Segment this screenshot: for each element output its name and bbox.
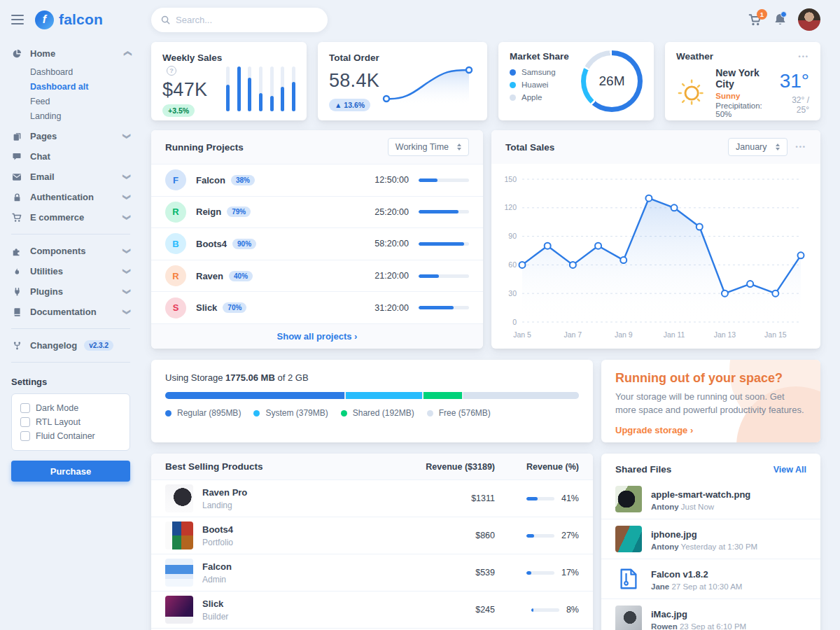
product-category[interactable]: Portfolio (202, 538, 233, 547)
sidebar-item-plugins[interactable]: Plugins ❯ (11, 281, 130, 302)
sidebar-item-landing[interactable]: Landing (11, 108, 130, 123)
product-category[interactable]: Admin (202, 575, 226, 584)
chevron-up-icon: ❯ (122, 50, 132, 57)
legend-item: Apple (510, 93, 569, 102)
sidebar-item-label: Chat (30, 151, 50, 162)
card-title: Market Share (510, 51, 569, 62)
search-icon (161, 15, 170, 24)
search-input[interactable] (176, 15, 318, 25)
sidebar-item-changelog[interactable]: Changelog v2.3.2 (11, 335, 130, 356)
bar (281, 66, 284, 111)
product-thumbnail[interactable] (165, 596, 193, 624)
storage-progress-bar (165, 392, 579, 399)
svg-text:30: 30 (508, 289, 517, 298)
best-selling-card: Best Selling Products Revenue ($3189) Re… (151, 454, 593, 630)
sidebar-item-pages[interactable]: Pages ❯ (11, 126, 130, 146)
sidebar-item-email[interactable]: Email ❯ (11, 167, 130, 187)
falcon-logo-icon: f (35, 10, 54, 29)
file-user: Antony (651, 542, 679, 551)
file-name[interactable]: apple-smart-watch.png (651, 489, 750, 500)
view-all-link[interactable]: View All (774, 465, 806, 475)
divider (11, 234, 130, 234)
file-time: Yesterday at 1:30 PM (681, 542, 758, 551)
product-name[interactable]: Boots4 (202, 524, 233, 535)
fire-icon (11, 267, 22, 276)
product-category[interactable]: Landing (202, 500, 232, 510)
file-name[interactable]: iMac.jpg (651, 609, 687, 620)
svg-text:Jan 7: Jan 7 (564, 330, 582, 339)
file-thumbnail[interactable] (615, 486, 642, 512)
sidebar-item-feed[interactable]: Feed (11, 94, 130, 108)
project-name[interactable]: Boots4 (196, 239, 227, 249)
list-item: iMac.jpg Rowen 23 Sep at 6:10 PM (601, 598, 820, 630)
sidebar-item-documentation[interactable]: Documentation ❯ (11, 302, 130, 322)
bar (292, 66, 295, 111)
help-icon[interactable]: ? (167, 66, 176, 76)
brand-name: falcon (59, 11, 103, 28)
storage-used: 1775.06 MB (225, 372, 275, 383)
project-time: 31:20:00 (374, 303, 409, 313)
file-name[interactable]: iphone.jpg (651, 529, 697, 540)
file-icon[interactable] (615, 566, 642, 592)
product-category[interactable]: Builder (202, 612, 228, 622)
cart-button[interactable]: 1 (748, 13, 762, 27)
checkbox-icon[interactable] (20, 431, 30, 441)
checkbox-label: Fluid Container (36, 431, 95, 441)
sidebar-item-home[interactable]: Home ❯ (11, 43, 130, 64)
more-options-icon[interactable]: ••• (799, 53, 809, 60)
product-thumbnail[interactable] (165, 559, 193, 587)
sidebar-item-e-commerce[interactable]: E commerce ❯ (11, 207, 130, 227)
menu-toggle-icon[interactable] (11, 15, 24, 24)
more-options-icon[interactable]: ••• (796, 144, 806, 150)
sidebar-item-authentication[interactable]: Authentication ❯ (11, 187, 130, 207)
sidebar-submenu: DashboardDashboard altFeedLanding (11, 64, 130, 123)
file-name[interactable]: Falcon v1.8.2 (651, 569, 708, 580)
upgrade-storage-link[interactable]: Upgrade storage › (615, 425, 693, 435)
checkbox-icon[interactable] (20, 403, 30, 413)
settings-box: Dark Mode RTL Layout Fluid Container (11, 393, 130, 451)
sidebar-item-utilities[interactable]: Utilities ❯ (11, 261, 130, 281)
list-item: Falcon v1.8.2 Jane 27 Sep at 10:30 AM (601, 559, 820, 598)
month-select[interactable]: January (728, 138, 787, 156)
total-order-left: Total Order 58.4K ▲ 13.6% (329, 51, 379, 111)
project-progress-bar (419, 274, 469, 278)
product-name[interactable]: Raven Pro (202, 487, 247, 498)
brand-logo[interactable]: f falcon (35, 10, 103, 29)
file-thumbnail[interactable] (615, 606, 642, 630)
user-avatar[interactable] (798, 8, 820, 31)
checkbox-fluid-container[interactable]: Fluid Container (20, 429, 121, 443)
product-thumbnail[interactable] (165, 522, 193, 550)
legend-item: Shared (192MB) (341, 408, 414, 418)
sidebar-item-components[interactable]: Components ❯ (11, 241, 130, 261)
checkbox-dark-mode[interactable]: Dark Mode (20, 401, 121, 415)
product-thumbnail[interactable] (165, 484, 193, 512)
percent-progress-bar (526, 534, 554, 538)
project-name[interactable]: Raven (196, 271, 223, 281)
checkbox-label: Dark Mode (36, 403, 78, 413)
product-name[interactable]: Slick (202, 598, 223, 609)
project-name[interactable]: Reign (196, 206, 221, 217)
project-percent-badge: 40% (229, 271, 253, 281)
weekly-sales-chart (226, 66, 295, 111)
percent-progress-bar (526, 571, 554, 575)
bottom-row: Best Selling Products Revenue ($3189) Re… (151, 454, 820, 630)
notifications-button[interactable] (774, 13, 787, 27)
project-row: S Slick 70% 31:20:00 (151, 291, 483, 323)
upgrade-body: Your storage will be running out soon. G… (615, 391, 806, 417)
card-title: Shared Files (615, 464, 671, 475)
show-all-projects-link[interactable]: Show all projects › (151, 323, 483, 349)
working-time-select[interactable]: Working Time (388, 138, 469, 156)
checkbox-rtl-layout[interactable]: RTL Layout (20, 415, 121, 429)
topbar-icons: 1 (748, 8, 820, 31)
sidebar-item-dashboard-alt[interactable]: Dashboard alt (11, 79, 130, 94)
sidebar-item-chat[interactable]: Chat (11, 146, 130, 167)
file-thumbnail[interactable] (615, 526, 642, 552)
divider (11, 362, 130, 363)
sidebar-item-dashboard[interactable]: Dashboard (11, 64, 130, 79)
project-name[interactable]: Falcon (196, 175, 225, 186)
product-name[interactable]: Falcon (202, 561, 232, 572)
project-name[interactable]: Slick (196, 302, 217, 313)
purchase-button[interactable]: Purchase (11, 461, 130, 482)
checkbox-icon[interactable] (20, 417, 30, 427)
divider (11, 328, 130, 329)
